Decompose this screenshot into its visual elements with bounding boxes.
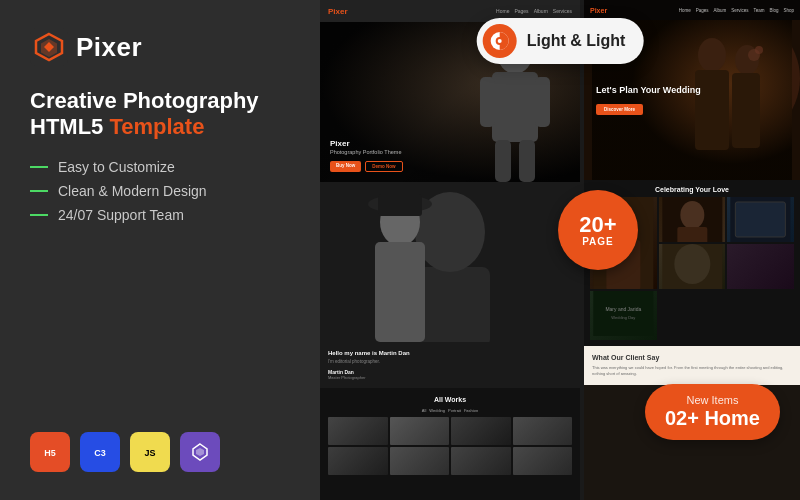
svg-point-36 bbox=[680, 201, 704, 229]
html5-badge: H5 bbox=[30, 432, 70, 472]
right-screen-nav-logo: Pixer bbox=[590, 7, 607, 14]
right-panel: Light & Light 20+ PAGE New Items 02+ Hom… bbox=[320, 0, 800, 500]
work-cell-7 bbox=[451, 447, 511, 475]
left-screen-nav-logo: Pixer bbox=[328, 7, 348, 16]
svg-rect-37 bbox=[677, 227, 707, 242]
work-cell-4 bbox=[513, 417, 573, 445]
svg-text:Mary and Jarida: Mary and Jarida bbox=[605, 306, 641, 312]
rnav-blog: Blog bbox=[769, 8, 778, 13]
new-items-label: New Items bbox=[665, 394, 760, 406]
left-screen-hero-content: Pixer Photography Portfolio Theme Buy No… bbox=[330, 139, 570, 172]
works-grid bbox=[328, 417, 572, 475]
gem-badge bbox=[180, 432, 220, 472]
left-screen-portrait bbox=[320, 182, 580, 342]
headline: Creative Photography HTML5 Template bbox=[30, 88, 290, 141]
testimonial-section: What Our Client Say This was everything … bbox=[584, 346, 800, 385]
right-hero-text: Let's Plan Your Wedding Discover More bbox=[584, 73, 713, 128]
bio-title: Hello my name is Martin Dan bbox=[328, 350, 572, 356]
rnav-home: Home bbox=[679, 8, 691, 13]
logo-area: Pixer bbox=[30, 28, 290, 66]
svg-text:JS: JS bbox=[144, 448, 155, 458]
svg-rect-23 bbox=[378, 194, 422, 216]
nav-link: Home bbox=[496, 8, 509, 14]
light-badge-icon bbox=[483, 24, 517, 58]
testimonial-title: What Our Client Say bbox=[592, 354, 792, 361]
page-count-badge: 20+ PAGE bbox=[558, 190, 638, 270]
celebrating-title: Celebrating Your Love bbox=[590, 186, 794, 193]
headline-normal: HTML5 bbox=[30, 114, 109, 139]
gallery-cell-2 bbox=[659, 197, 726, 242]
demo-now-btn[interactable]: Demo Now bbox=[365, 161, 402, 172]
nav-link: Pages bbox=[514, 8, 528, 14]
headline-line1: Creative Photography bbox=[30, 88, 290, 114]
filter-fashion: Fashion bbox=[464, 408, 478, 413]
svg-text:C3: C3 bbox=[94, 448, 106, 458]
feature-text-2: Clean & Modern Design bbox=[58, 183, 207, 199]
new-items-badge[interactable]: New Items 02+ Home bbox=[645, 384, 780, 440]
gallery-cell-6: Mary and Jarida Wedding Day bbox=[590, 291, 657, 340]
feature-dash-icon-3 bbox=[30, 214, 48, 216]
svg-text:H5: H5 bbox=[44, 448, 56, 458]
work-cell-5 bbox=[328, 447, 388, 475]
gallery-cell-4 bbox=[659, 244, 726, 289]
filter-all: All bbox=[422, 408, 426, 413]
feature-item-3: 24/07 Support Team bbox=[30, 207, 290, 223]
svg-rect-42 bbox=[593, 291, 653, 336]
svg-marker-5 bbox=[196, 448, 204, 456]
main-container: Pixer Creative Photography HTML5 Templat… bbox=[0, 0, 800, 500]
rnav-team: Team bbox=[753, 8, 764, 13]
left-screen-nav-links: Home Pages Album Services bbox=[496, 8, 572, 14]
nav-link: Album bbox=[534, 8, 548, 14]
headline-line2: HTML5 Template bbox=[30, 114, 290, 140]
left-screen-bio: Hello my name is Martin Dan I'm editoria… bbox=[320, 342, 580, 388]
svg-point-26 bbox=[698, 38, 726, 72]
new-items-value: 02+ Home bbox=[665, 406, 760, 430]
left-hero-btns: Buy Now Demo Now bbox=[330, 161, 570, 172]
right-hero-title: Let's Plan Your Wedding bbox=[596, 85, 701, 97]
filter-portrait: Portrait bbox=[448, 408, 461, 413]
left-screen-preview: Pixer Home Pages Album Services bbox=[320, 0, 580, 500]
svg-rect-21 bbox=[375, 242, 425, 342]
feature-text-3: 24/07 Support Team bbox=[58, 207, 184, 223]
features-list: Easy to Customize Clean & Modern Design … bbox=[30, 159, 290, 223]
headline-accent: Template bbox=[109, 114, 204, 139]
svg-point-41 bbox=[674, 244, 710, 284]
svg-rect-11 bbox=[480, 77, 495, 127]
light-badge[interactable]: Light & Light bbox=[477, 18, 644, 64]
left-hero-subtitle: Photography Portfolio Theme bbox=[330, 149, 570, 155]
work-cell-6 bbox=[390, 447, 450, 475]
page-count-label: PAGE bbox=[582, 236, 614, 247]
work-cell-8 bbox=[513, 447, 573, 475]
bio-subtitle: I'm editorial photographer. bbox=[328, 359, 572, 365]
rnav-shop: Shop bbox=[783, 8, 794, 13]
feature-text-1: Easy to Customize bbox=[58, 159, 175, 175]
filter-wedding: Wedding bbox=[429, 408, 445, 413]
feature-dash-icon-2 bbox=[30, 190, 48, 192]
right-hero-btn[interactable]: Discover More bbox=[596, 104, 643, 115]
left-screen-works: All Works All Wedding Portrait Fashion bbox=[320, 388, 580, 483]
light-badge-text: Light & Light bbox=[527, 32, 626, 50]
svg-rect-29 bbox=[732, 73, 760, 148]
testimonial-text: This was everything we could have hoped … bbox=[592, 365, 792, 377]
page-count-number: 20+ bbox=[579, 214, 616, 236]
work-cell-2 bbox=[390, 417, 450, 445]
gallery-cell-5 bbox=[727, 244, 794, 289]
svg-rect-12 bbox=[535, 77, 550, 127]
buy-now-btn[interactable]: Buy Now bbox=[330, 161, 361, 172]
logo-text: Pixer bbox=[76, 32, 142, 63]
bio-role: Master Photographer bbox=[328, 375, 572, 380]
feature-item-1: Easy to Customize bbox=[30, 159, 290, 175]
svg-point-8 bbox=[498, 39, 502, 43]
gallery-cell-3 bbox=[727, 197, 794, 242]
rnav-album: Album bbox=[713, 8, 726, 13]
rnav-pages: Pages bbox=[696, 8, 709, 13]
nav-link: Services bbox=[553, 8, 572, 14]
tech-badges: H5 C3 JS bbox=[30, 432, 290, 472]
rnav-services: Services bbox=[731, 8, 748, 13]
svg-rect-39 bbox=[736, 202, 786, 237]
svg-point-31 bbox=[755, 46, 763, 54]
works-title: All Works bbox=[328, 396, 572, 403]
right-screen-nav: Pixer Home Pages Album Services Team Blo… bbox=[584, 0, 800, 20]
work-cell-1 bbox=[328, 417, 388, 445]
left-panel: Pixer Creative Photography HTML5 Templat… bbox=[0, 0, 320, 500]
